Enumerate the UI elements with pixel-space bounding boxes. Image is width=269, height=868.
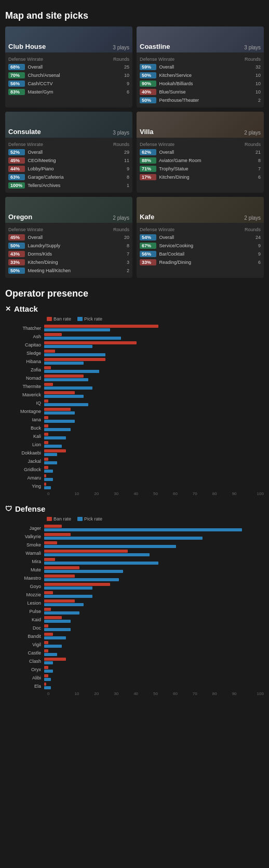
op-row: Oryx (5, 666, 264, 673)
rounds-count: 8 (104, 242, 129, 250)
op-label: Vigil (5, 642, 44, 647)
ban-bar (44, 325, 158, 328)
op-label: Thatcher (5, 326, 44, 331)
axis-tick: 90 (224, 491, 244, 496)
map-body: Defense Winrate Rounds 62% Overall 21 88… (137, 138, 264, 184)
winrate-bar: 68% (8, 64, 25, 70)
ban-legend-defense: Ban rate (47, 516, 71, 522)
map-body: Defense Winrate Rounds 59% Overall 32 50… (137, 52, 264, 108)
op-label: Kali (5, 434, 44, 439)
pick-bar (44, 586, 92, 590)
ban-bar (44, 633, 53, 636)
bars-container (44, 408, 264, 415)
bars-container (44, 599, 264, 606)
pick-bar (44, 537, 203, 540)
ban-bar (44, 449, 66, 452)
ban-bar (44, 575, 75, 578)
ban-bar (44, 616, 62, 619)
bars-container (44, 683, 264, 689)
op-row: Jager (5, 525, 264, 531)
site-name: Dorms/Kids (28, 251, 52, 257)
map-name: Club House (8, 43, 113, 50)
site-row: 83% Master/Gym 6 (8, 88, 129, 96)
winrate-bar: 83% (8, 89, 25, 95)
map-table: Defense Winrate Rounds 45% Overall 20 50… (8, 226, 129, 275)
site-name: Bar/Cocktail (159, 251, 185, 257)
pick-bar (44, 670, 53, 673)
ban-bar (44, 591, 53, 594)
map-plays: 2 plays (113, 215, 129, 221)
defense-axis: 0102030405060708090100 (44, 691, 264, 696)
winrate-bar: 45% (8, 157, 25, 164)
ban-bar (44, 583, 110, 586)
map-header: Kafe 2 plays (137, 197, 264, 223)
site-name: Church/Arsenal (28, 73, 60, 78)
axis-tick: 40 (126, 491, 146, 496)
pick-bar (44, 653, 57, 656)
rounds-count: 10 (235, 79, 261, 88)
pick-bar (44, 445, 62, 448)
site-name: Service/Cooking (159, 243, 194, 248)
site-name: Penthouse/Theater (159, 98, 199, 103)
map-table: Defense Winrate Rounds 62% Overall 21 88… (140, 141, 261, 181)
attack-icon: ✕ (5, 305, 11, 313)
op-row: Ying (5, 483, 264, 489)
pick-legend-attack: Pick rate (77, 316, 102, 322)
bars-container (44, 525, 264, 531)
pick-bar (44, 645, 62, 648)
map-plays: 3 plays (113, 130, 129, 136)
site-name: Trophy/Statue (159, 166, 188, 171)
bars-container (44, 658, 264, 664)
op-row: Alibi (5, 674, 264, 681)
op-label: Thermite (5, 384, 44, 389)
site-row: 52% Overall 29 (8, 148, 129, 156)
bars-container (44, 541, 264, 548)
pick-bar (44, 436, 66, 439)
site-row: 43% Dorms/Kids 7 (8, 250, 129, 258)
op-label: Kaid (5, 617, 44, 622)
winrate-bar: 54% (140, 234, 156, 241)
ban-bar (44, 541, 57, 544)
site-row: 56% Cash/CCTV 9 (8, 79, 129, 88)
rounds-count: 6 (233, 258, 261, 266)
map-name: Consulate (8, 128, 113, 136)
site-row: 45% Overall 20 (8, 233, 129, 242)
map-name: Oregon (8, 213, 113, 221)
pick-bar (44, 611, 79, 615)
op-row: Wamali (5, 550, 264, 556)
op-label: Ash (5, 334, 44, 339)
site-row: 17% Kitchen/Dining 6 (140, 173, 261, 181)
bars-container (44, 649, 264, 656)
ban-bar (44, 408, 71, 411)
site-row: 45% CEO/Meeting 11 (8, 156, 129, 165)
op-row: Thermite (5, 383, 264, 390)
op-row: Maestro (5, 575, 264, 581)
ban-bar (44, 441, 48, 444)
bars-container (44, 641, 264, 648)
ban-bar (44, 341, 137, 344)
pick-bar (44, 636, 66, 639)
axis-tick: 70 (185, 491, 205, 496)
ban-bar (44, 525, 62, 528)
site-name: Blue/Sunrise (159, 89, 186, 95)
site-row: 100% Tellers/Archives 1 (8, 181, 129, 190)
winrate-bar: 50% (140, 72, 156, 78)
operator-section: ✕ Attack Ban rate Pick rate Thatcher (5, 304, 264, 696)
ban-bar (44, 599, 75, 603)
ban-bar (44, 458, 48, 461)
site-name: Overall (159, 64, 174, 70)
pick-bar (44, 570, 123, 573)
bars-container (44, 474, 264, 481)
winrate-bar: 59% (140, 64, 156, 70)
op-row: Mira (5, 558, 264, 565)
map-header: Oregon 2 plays (5, 197, 132, 223)
site-row: 50% Meeting Hall/Kitchen 2 (8, 266, 129, 275)
bars-container (44, 358, 264, 365)
op-label: Capitao (5, 342, 44, 348)
bars-container (44, 483, 264, 489)
rounds-count: 21 (236, 148, 261, 156)
ban-bar (44, 608, 51, 611)
pick-bar (44, 478, 53, 481)
op-label: Iana (5, 417, 44, 422)
op-row: Iana (5, 416, 264, 423)
